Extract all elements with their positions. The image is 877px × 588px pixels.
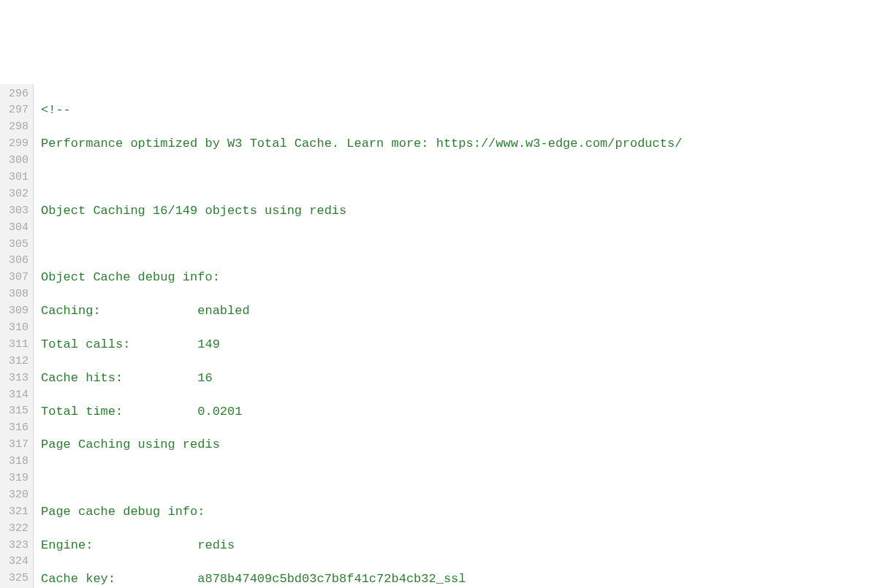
code-line: Engine: redis bbox=[41, 538, 877, 554]
line-number: 304 bbox=[0, 220, 29, 237]
line-number: 305 bbox=[0, 237, 29, 253]
line-number: 315 bbox=[0, 403, 29, 420]
line-number: 312 bbox=[0, 354, 29, 370]
line-number: 299 bbox=[0, 136, 29, 153]
line-number: 324 bbox=[0, 554, 29, 570]
code-line: Page Caching using redis bbox=[41, 437, 877, 454]
code-line: Object Caching 16/149 objects using redi… bbox=[41, 203, 877, 220]
line-number: 308 bbox=[0, 286, 29, 303]
line-number: 316 bbox=[0, 420, 29, 437]
code-line: Caching: enabled bbox=[41, 303, 877, 320]
line-number: 307 bbox=[0, 270, 29, 286]
line-number: 319 bbox=[0, 470, 29, 487]
line-number: 318 bbox=[0, 454, 29, 470]
line-number: 317 bbox=[0, 437, 29, 454]
code-line: <!-- bbox=[41, 102, 877, 119]
code-line: Cache key: a878b47409c5bd03c7b8f41c72b4c… bbox=[41, 571, 877, 588]
code-area[interactable]: <!-- Performance optimized by W3 Total C… bbox=[34, 84, 877, 588]
line-number: 313 bbox=[0, 370, 29, 387]
line-number: 303 bbox=[0, 203, 29, 220]
line-number: 298 bbox=[0, 119, 29, 136]
line-number: 322 bbox=[0, 521, 29, 538]
code-line bbox=[41, 169, 877, 186]
line-number: 309 bbox=[0, 303, 29, 320]
line-number: 323 bbox=[0, 538, 29, 554]
line-number: 321 bbox=[0, 504, 29, 521]
line-number: 314 bbox=[0, 387, 29, 404]
line-number: 296 bbox=[0, 86, 29, 103]
line-number: 300 bbox=[0, 153, 29, 169]
line-number: 325 bbox=[0, 570, 29, 587]
code-line bbox=[41, 237, 877, 253]
code-line: Page cache debug info: bbox=[41, 504, 877, 521]
line-number: 302 bbox=[0, 186, 29, 203]
line-number-gutter: 2962972982993003013023033043053063073083… bbox=[0, 84, 34, 588]
code-line: Total time: 0.0201 bbox=[41, 404, 877, 421]
line-number: 297 bbox=[0, 102, 29, 119]
code-line: Object Cache debug info: bbox=[41, 270, 877, 286]
line-number: 320 bbox=[0, 487, 29, 504]
code-line: Total calls: 149 bbox=[41, 337, 877, 354]
code-line: Performance optimized by W3 Total Cache.… bbox=[41, 136, 877, 153]
line-number: 311 bbox=[0, 337, 29, 354]
code-line: Cache hits: 16 bbox=[41, 370, 877, 387]
line-number: 310 bbox=[0, 320, 29, 337]
line-number: 306 bbox=[0, 253, 29, 270]
line-number: 301 bbox=[0, 169, 29, 186]
code-line bbox=[41, 470, 877, 487]
code-editor: 2962972982993003013023033043053063073083… bbox=[0, 84, 877, 588]
